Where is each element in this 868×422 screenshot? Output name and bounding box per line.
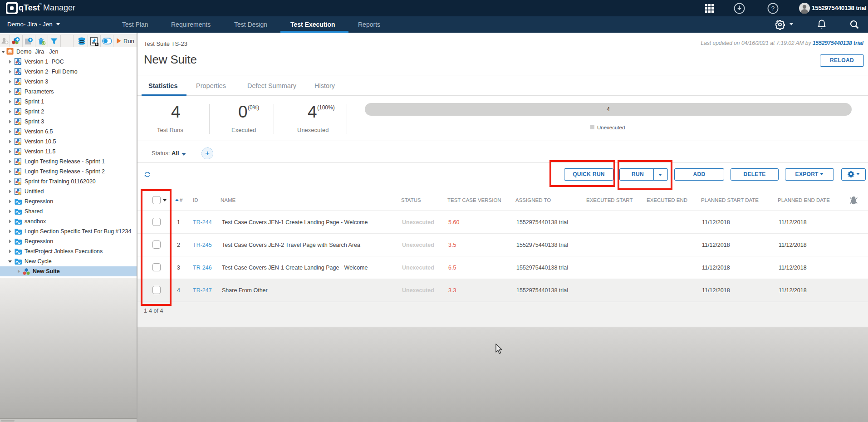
svg-text:?: ? — [771, 5, 775, 12]
